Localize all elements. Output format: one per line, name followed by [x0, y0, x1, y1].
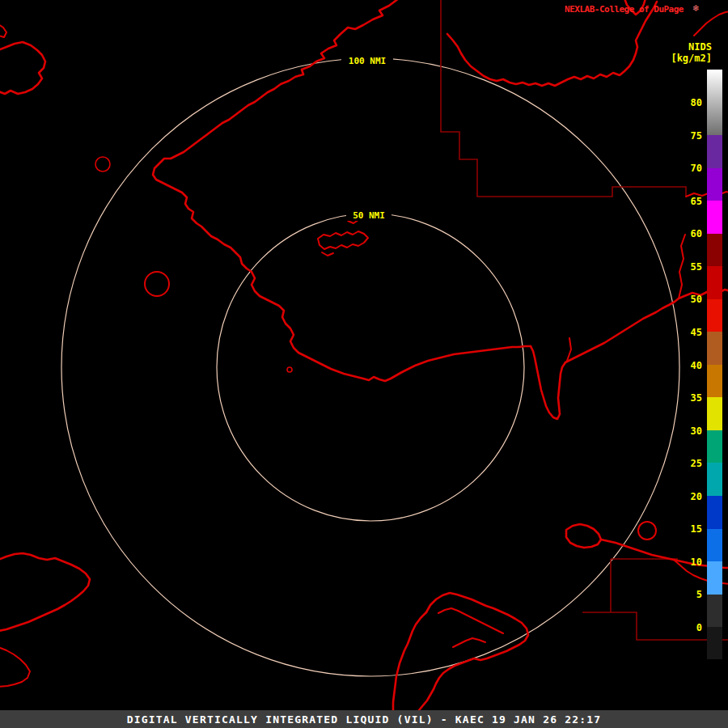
radar-map: 100 NMI 50 NMI: [0, 0, 728, 728]
colorbar-segment-35-40: [707, 365, 722, 398]
colorbar-segment-65-70: [707, 168, 722, 201]
range-rings: [61, 58, 679, 676]
river-path: [567, 338, 571, 361]
colorbar-segment-10-15: [707, 529, 722, 562]
coastline-path: [0, 553, 90, 631]
colorbar-segment-55-60: [707, 234, 722, 267]
colorbar-segment-15-20: [707, 496, 722, 529]
colorbar-segment-20-25: [707, 463, 722, 496]
colorbar-segment-45-50: [707, 299, 722, 332]
coastline-path: [438, 608, 503, 633]
colorbar-segment-75-85: [707, 70, 722, 135]
coastline-path: [531, 346, 565, 419]
county-boundary-path: [582, 612, 728, 640]
radar-screen: 100 NMI 50 NMI NEXLAB-College of DuPage …: [0, 0, 728, 728]
island-outline: [0, 42, 45, 94]
colorbar: [707, 70, 722, 659]
footer-bar: DIGITAL VERTICALLY INTEGRATED LIQUID (VI…: [0, 710, 728, 728]
ring-labels: 100 NMI 50 NMI: [341, 54, 393, 221]
coastline-path: [694, 11, 728, 36]
colorbar-segment-30-35: [707, 397, 722, 430]
coastline-path: [393, 612, 426, 710]
colorbar-segment-below-0: [707, 627, 722, 659]
colorbar-segment-0-5: [707, 595, 722, 628]
coastline-path: [0, 647, 30, 687]
weather-icon: ❄: [693, 2, 699, 14]
colorbar-segment-60-65: [707, 201, 722, 234]
ring-label-50nmi: 50 NMI: [353, 210, 385, 221]
lake-outline: [145, 272, 169, 296]
boundaries: [441, 0, 728, 640]
colorbar-segment-25-30: [707, 430, 722, 463]
colorbar-segment-50-55: [707, 266, 722, 299]
county-boundary-path: [441, 0, 686, 197]
island-outline: [287, 367, 292, 372]
river-path: [679, 235, 685, 298]
island-outline: [318, 231, 368, 249]
coastline-path: [565, 290, 728, 362]
colorbar-segment-5-10: [707, 561, 722, 595]
colorbar-title: NIDS: [688, 41, 712, 53]
island-outline: [0, 24, 6, 37]
lake-outline: [95, 157, 110, 171]
island-outline: [322, 252, 333, 256]
range-ring-50nmi: [217, 214, 524, 521]
ring-label-100nmi: 100 NMI: [349, 56, 386, 66]
lake-outline: [638, 522, 656, 540]
coastline-path: [411, 593, 528, 720]
product-title: DIGITAL VERTICALLY INTEGRATED LIQUID (VI…: [127, 713, 602, 726]
island-outline: [566, 524, 601, 548]
range-ring-100nmi: [61, 58, 679, 676]
colorbar-units: [kg/m2]: [671, 53, 712, 64]
colorbar-segment-40-45: [707, 332, 722, 365]
brand-text: NEXLAB-College of DuPage: [565, 4, 684, 15]
colorbar-segment-70-75: [707, 135, 722, 168]
coastline-path: [453, 638, 485, 647]
